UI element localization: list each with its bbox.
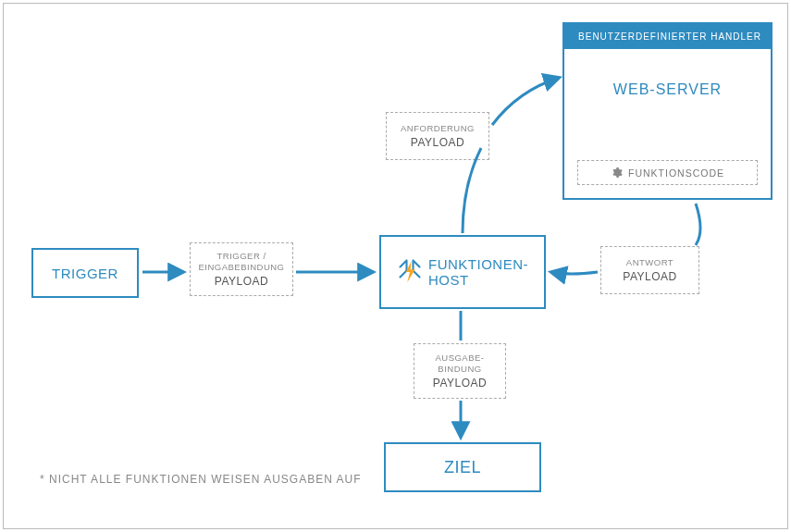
request-payload-box: ANFORDERUNG PAYLOAD [386,112,489,160]
request-payload-label: PAYLOAD [411,136,464,149]
functions-host-box: FUNKTIONEN- HOST [379,235,546,309]
response-payload-top: ANTWORT [626,257,674,268]
function-code-box: FUNKTIONSCODE [577,160,758,185]
target-label: ZIEL [444,458,481,477]
response-payload-box: ANTWORT PAYLOAD [600,246,699,294]
host-line2: HOST [428,272,528,288]
custom-handler-frame: BENUTZERDEFINIERTER HANDLER WEB-SERVER F… [562,22,772,200]
output-payload-line1: AUSGABE- [435,353,484,364]
trigger-payload-line1: TRIGGER / [216,251,266,262]
function-code-label: FUNKTIONSCODE [628,167,724,179]
trigger-box: TRIGGER [31,248,139,298]
footnote: * NICHT ALLE FUNKTIONEN WEISEN AUSGABEN … [40,473,362,486]
host-line1: FUNKTIONEN- [428,256,528,272]
trigger-payload-line2: EINGABEBINDUNG [198,262,284,273]
target-box: ZIEL [384,442,541,492]
trigger-label: TRIGGER [52,266,118,281]
output-payload-box: AUSGABE- BINDUNG PAYLOAD [414,343,506,399]
gear-icon [611,167,623,179]
handler-header: BENUTZERDEFINIERTER HANDLER [564,24,771,49]
webserver-label: WEB-SERVER [564,81,771,98]
trigger-payload-label: PAYLOAD [215,275,268,288]
trigger-payload-box: TRIGGER / EINGABEBINDUNG PAYLOAD [190,242,293,296]
response-payload-label: PAYLOAD [623,270,676,283]
request-payload-top: ANFORDERUNG [401,123,475,134]
output-payload-line2: BINDUNG [438,364,481,375]
azure-functions-icon [397,259,423,285]
output-payload-label: PAYLOAD [433,377,487,390]
